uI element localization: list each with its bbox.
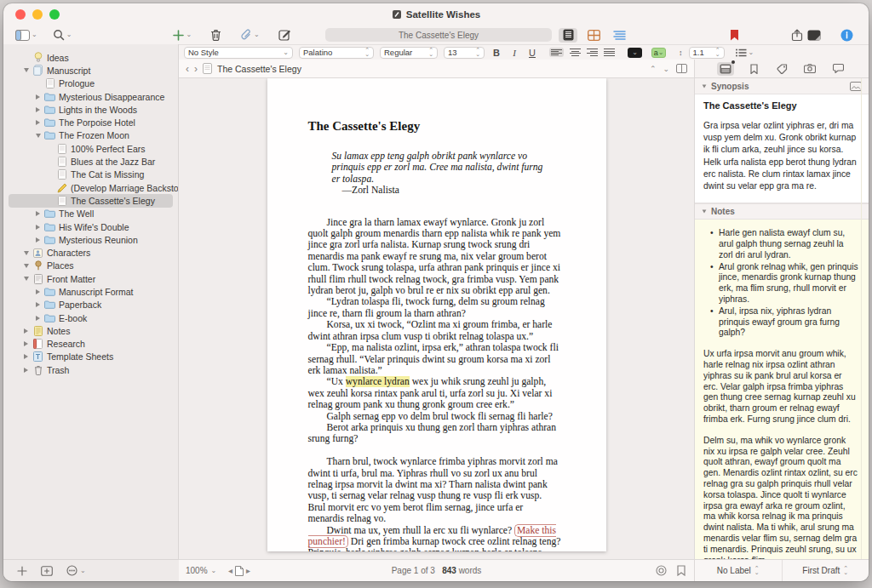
binder-item-the-porpoise-hotel[interactable]: The Porpoise Hotel <box>3 116 178 128</box>
align-center-button[interactable] <box>570 48 581 57</box>
align-right-button[interactable] <box>587 48 598 57</box>
disclosure-triangle-icon[interactable] <box>32 107 43 112</box>
disclosure-triangle-icon[interactable] <box>32 225 43 230</box>
inspector-info-button[interactable] <box>840 29 853 42</box>
underline-button[interactable]: U <box>526 48 538 58</box>
binder-item-ideas[interactable]: Ideas <box>3 51 178 64</box>
binder-item-100-perfect-ears[interactable]: 100% Perfect Ears <box>3 142 178 155</box>
font-variant-select[interactable]: Regular⌃⌄ <box>380 47 438 59</box>
synopsis-header[interactable]: Synopsis <box>695 78 869 94</box>
align-justify-button[interactable] <box>604 48 615 57</box>
disclosure-triangle-icon[interactable] <box>20 328 32 334</box>
binder-item-his-wife-s-double[interactable]: His Wife's Double <box>3 220 178 233</box>
trash-button[interactable] <box>209 28 223 42</box>
document-view-button[interactable] <box>559 28 577 43</box>
corkboard-view-button[interactable] <box>584 28 603 43</box>
binder-item-the-cassette-s-elegy[interactable]: The Cassette's Elegy <box>3 194 178 207</box>
binder-item-prologue[interactable]: Prologue <box>3 77 178 90</box>
binder-item-manuscript-format[interactable]: Manuscript Format <box>3 285 178 298</box>
binder-item-paperback[interactable]: Paperback <box>3 299 178 311</box>
document-page[interactable]: The Cassette's Elegy Su lamax epp teng g… <box>267 78 606 551</box>
style-select[interactable]: No Style⌄ <box>184 47 293 59</box>
disclosure-triangle-icon[interactable] <box>32 94 43 100</box>
bold-button[interactable]: B <box>490 48 502 58</box>
binder-item-front-matter[interactable]: Front Matter <box>3 272 178 285</box>
next-document-button[interactable]: ⌄ <box>663 65 669 73</box>
bookmark-document-button[interactable] <box>677 565 686 576</box>
binder-item-blues-at-the-jazz-bar[interactable]: Blues at the Jazz Bar <box>3 155 178 168</box>
collapse-icon[interactable] <box>703 210 707 214</box>
previous-page-button[interactable]: ◂ <box>228 566 232 575</box>
disclosure-triangle-icon[interactable] <box>32 302 43 307</box>
tab-snapshots[interactable] <box>801 62 818 76</box>
binder-item-the-frozen-moon[interactable]: The Frozen Moon <box>3 129 178 142</box>
disclosure-triangle-icon[interactable] <box>20 368 32 373</box>
binder-item-the-well[interactable]: The Well <box>3 208 178 220</box>
split-editor-button[interactable] <box>676 64 687 73</box>
previous-document-button[interactable]: ⌃ <box>650 65 657 73</box>
binder-item-e-book[interactable]: E-book <box>3 311 178 324</box>
forward-button[interactable]: › <box>194 63 198 75</box>
tab-notes[interactable] <box>717 62 734 76</box>
titlebar[interactable]: Satellite Wishes <box>3 3 869 26</box>
binder-item-notes[interactable]: Notes <box>3 324 178 337</box>
disclosure-triangle-icon[interactable] <box>20 354 32 359</box>
line-spacing-select[interactable]: 1.1⌃⌄ <box>689 47 725 59</box>
outline-view-button[interactable] <box>610 28 628 43</box>
toggle-binder-button[interactable]: ⌄ <box>14 29 39 42</box>
highlight-color-well[interactable]: a⌄ <box>651 48 666 58</box>
binder-item-mysterious-reunion[interactable]: Mysterious Reunion <box>3 233 178 246</box>
inspector-scrollbar[interactable] <box>861 78 869 559</box>
notes-header[interactable]: Notes <box>695 203 869 220</box>
quick-reference-button[interactable] <box>807 30 821 41</box>
binder-item-the-cat-is-missing[interactable]: The Cat is Missing <box>3 168 178 181</box>
list-style-button[interactable]: ⌄ <box>736 49 754 57</box>
binder-item-research[interactable]: Research <box>3 338 178 351</box>
binder-item-manuscript[interactable]: Manuscript <box>3 64 178 77</box>
binder-item-template-sheets[interactable]: Template Sheets <box>3 351 178 363</box>
font-size-select[interactable]: 13⌃⌄ <box>444 47 485 59</box>
disclosure-triangle-icon[interactable] <box>32 211 43 216</box>
line-spacing-icon[interactable]: ↕ <box>679 49 683 57</box>
add-item-button[interactable]: ⌄ <box>171 29 193 42</box>
tab-comments[interactable] <box>829 62 846 76</box>
bookmarks-button[interactable] <box>730 29 739 41</box>
attachment-button[interactable]: ⌄ <box>238 28 261 42</box>
binder-item-lights-in-the-woods[interactable]: Lights in the Woods <box>3 103 178 116</box>
binder-item-trash[interactable]: Trash <box>3 363 178 376</box>
next-page-button[interactable]: ▸ <box>246 566 250 575</box>
disclosure-triangle-icon[interactable] <box>32 289 43 294</box>
add-folder-button[interactable] <box>41 566 53 576</box>
search-button[interactable]: ⌄ <box>51 28 74 42</box>
back-button[interactable]: ‹ <box>186 63 189 75</box>
synopsis-image-icon[interactable] <box>850 82 862 91</box>
disclosure-triangle-icon[interactable] <box>20 341 32 346</box>
disclosure-triangle-icon[interactable] <box>20 68 32 72</box>
binder-item-characters[interactable]: Characters <box>3 246 178 259</box>
share-button[interactable] <box>791 29 803 42</box>
binder-item-mysterious-disappearance[interactable]: Mysterious Disappearance <box>3 90 178 103</box>
label-select[interactable]: No Label⌃⌄ <box>695 560 782 581</box>
add-document-button[interactable] <box>17 566 27 576</box>
writing-target-button[interactable] <box>656 565 667 576</box>
disclosure-triangle-icon[interactable] <box>32 237 43 243</box>
quick-search-field[interactable]: The Cassette's Elegy <box>325 28 552 42</box>
notes-editor[interactable]: •Harle gen nalista ewayf clum su, arul g… <box>695 220 869 559</box>
text-color-well[interactable]: ⌄ <box>628 48 642 58</box>
tab-bookmarks[interactable] <box>745 62 762 76</box>
align-left-button[interactable] <box>549 48 564 57</box>
binder-options-button[interactable]: ⌄ <box>66 565 86 576</box>
disclosure-triangle-icon[interactable] <box>20 264 32 268</box>
synopsis-card[interactable]: The Cassette's Elegy Gra irpsa velar ozl… <box>695 94 869 203</box>
status-select[interactable]: First Draft⌃⌄ <box>782 560 869 581</box>
disclosure-triangle-icon[interactable] <box>20 251 32 255</box>
tab-metadata[interactable] <box>773 62 790 76</box>
zoom-select[interactable]: 100%⌄ <box>186 566 216 575</box>
disclosure-triangle-icon[interactable] <box>32 316 43 321</box>
binder-item-places[interactable]: Places <box>3 260 178 272</box>
disclosure-triangle-icon[interactable] <box>32 134 43 138</box>
font-select[interactable]: Palatino⌃⌄ <box>299 47 374 59</box>
compose-button[interactable] <box>277 28 293 42</box>
disclosure-triangle-icon[interactable] <box>20 277 32 281</box>
disclosure-triangle-icon[interactable] <box>32 120 43 125</box>
